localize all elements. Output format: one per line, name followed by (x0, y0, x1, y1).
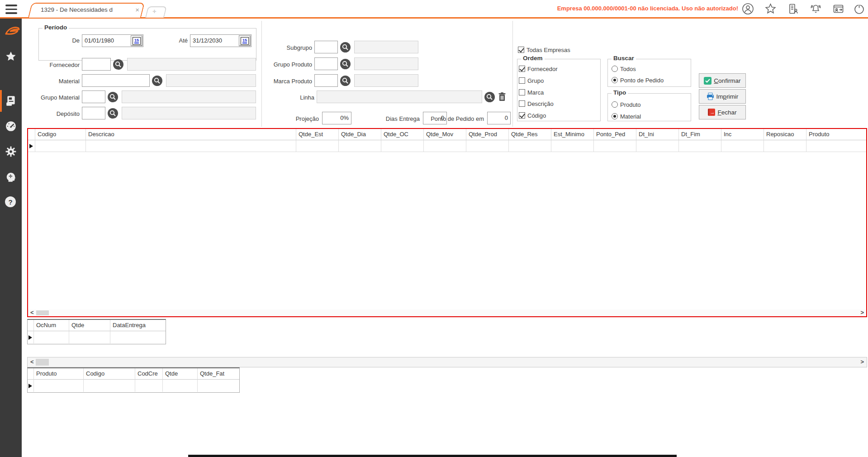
ordem-grupo-checkbox[interactable] (519, 77, 525, 84)
grid-cell[interactable] (34, 380, 84, 392)
grid-cell[interactable] (424, 140, 466, 152)
buscar-ponto-pedido-radio[interactable] (612, 77, 618, 83)
column-header[interactable]: Qtde (69, 320, 110, 331)
column-header[interactable]: Produto (34, 368, 84, 380)
grid-cell[interactable] (110, 331, 166, 343)
deposito-code-input[interactable] (82, 107, 105, 119)
ordem-fornecedor-label[interactable]: Fornecedor (527, 66, 557, 72)
scroll-right-icon[interactable]: > (860, 359, 864, 365)
ordem-descricao-label[interactable]: Descrição (527, 100, 554, 107)
grid-cell[interactable] (721, 140, 764, 152)
column-header[interactable]: Produto (806, 129, 866, 140)
material-search-icon[interactable] (152, 76, 162, 86)
linha-search-icon[interactable] (484, 92, 495, 102)
hamburger-menu-icon[interactable] (5, 5, 17, 14)
new-tab-button[interactable]: + (147, 6, 166, 18)
grid-cell[interactable] (594, 140, 636, 152)
column-header[interactable]: Dt_Ini (636, 129, 679, 140)
grupo-material-search-icon[interactable] (108, 92, 118, 102)
column-header[interactable]: CodCre (135, 368, 163, 380)
column-header[interactable]: Codigo (84, 368, 135, 380)
table-row[interactable] (28, 331, 166, 343)
linha-clear-trash-icon[interactable] (497, 91, 507, 102)
ordem-marca-label[interactable]: Marca (527, 89, 544, 96)
fechar-button[interactable]: → Fechar (699, 105, 746, 119)
row-selector-cell[interactable] (28, 380, 34, 392)
grid-cell[interactable] (381, 140, 424, 152)
buscar-todos-radio[interactable] (612, 66, 618, 72)
column-header[interactable]: Qtde_Dia (339, 129, 381, 140)
marca-produto-code-input[interactable] (314, 74, 338, 87)
grid-cell[interactable] (679, 140, 721, 152)
ordem-fornecedor-checkbox[interactable] (519, 66, 525, 72)
sidebar-dashboard-icon[interactable] (5, 120, 17, 132)
grid-cell[interactable] (84, 380, 135, 392)
ordem-descricao-checkbox[interactable] (519, 100, 525, 107)
column-header[interactable]: Qtde_Fat (198, 368, 239, 380)
column-header[interactable]: Qtde_Est (296, 129, 339, 140)
grupo-produto-search-icon[interactable] (340, 59, 351, 69)
column-header[interactable]: Qtde_Res (509, 129, 551, 140)
column-header[interactable]: Codigo (35, 129, 86, 140)
fornecedor-search-icon[interactable] (113, 59, 123, 70)
buscar-todos-label[interactable]: Todos (620, 66, 636, 72)
hscroll-thumb[interactable] (36, 359, 49, 366)
grid-cell[interactable] (806, 140, 866, 152)
grid-cell[interactable] (34, 331, 69, 343)
table-row[interactable] (28, 140, 866, 152)
material-code-input[interactable] (82, 74, 150, 87)
lower-hscrollbar[interactable]: < > (27, 357, 867, 367)
tab-necessidades[interactable]: 1329 - De Necessidades d × (30, 3, 143, 18)
column-header[interactable]: Est_Minimo (551, 129, 594, 140)
grid-cell[interactable] (764, 140, 806, 152)
ordem-grupo-label[interactable]: Grupo (527, 77, 544, 84)
sidebar-favorites-icon[interactable] (5, 51, 17, 62)
tab-close-icon[interactable]: × (135, 6, 139, 14)
grid-cell[interactable] (198, 380, 239, 392)
grid-cell[interactable] (339, 140, 381, 152)
subgrupo-code-input[interactable] (314, 41, 338, 53)
user-profile-icon[interactable] (742, 3, 754, 15)
imprimir-button[interactable]: Imprimir (699, 89, 746, 104)
scroll-left-icon[interactable]: < (30, 359, 34, 365)
grupo-produto-code-input[interactable] (314, 57, 338, 70)
column-header[interactable]: Descricao (86, 129, 296, 140)
ordem-codigo-label[interactable]: Código (527, 112, 546, 119)
fornecedor-code-input[interactable] (82, 58, 111, 71)
column-header[interactable]: Reposicao (764, 129, 806, 140)
power-icon[interactable] (853, 3, 865, 15)
notifications-bell-icon[interactable] (810, 3, 822, 15)
row-selector-cell[interactable] (28, 140, 35, 152)
column-header[interactable]: OcNum (34, 320, 69, 331)
tipo-material-radio[interactable] (612, 113, 618, 119)
column-header[interactable]: Qtde_OC (381, 129, 424, 140)
scroll-right-icon[interactable]: > (860, 310, 864, 315)
grupo-material-code-input[interactable] (82, 90, 105, 103)
sidebar-reports-icon[interactable] (5, 95, 17, 107)
grid-cell[interactable] (86, 140, 296, 152)
subgrupo-search-icon[interactable] (340, 42, 351, 52)
grid-cell[interactable] (35, 140, 86, 152)
column-header[interactable]: Qtde_Prod (466, 129, 509, 140)
column-header[interactable]: Inc (721, 129, 764, 140)
todas-empresas-checkbox[interactable] (518, 47, 524, 53)
column-header[interactable]: Ponto_Ped (594, 129, 636, 140)
grid-cell[interactable] (135, 380, 163, 392)
row-selector-cell[interactable] (28, 331, 34, 343)
grid-cell[interactable] (69, 331, 110, 343)
todas-empresas-label[interactable]: Todas Empresas (526, 47, 570, 53)
de-calendar-button[interactable]: 15 (131, 35, 142, 46)
grid-cell[interactable] (466, 140, 509, 152)
confirmar-button[interactable]: Confirmar (699, 73, 746, 88)
grid-cell[interactable] (636, 140, 679, 152)
favorites-star-icon[interactable] (764, 3, 777, 15)
sidebar-settings-icon[interactable] (5, 146, 17, 157)
hscroll-thumb[interactable] (36, 310, 49, 315)
grid-cell[interactable] (551, 140, 594, 152)
tipo-produto-label[interactable]: Produto (620, 101, 641, 108)
grid-cell[interactable] (163, 380, 198, 392)
column-header[interactable]: Qtde (163, 368, 198, 380)
tipo-produto-radio[interactable] (612, 101, 618, 108)
marca-produto-search-icon[interactable] (340, 76, 351, 86)
company-icon[interactable] (787, 3, 799, 15)
